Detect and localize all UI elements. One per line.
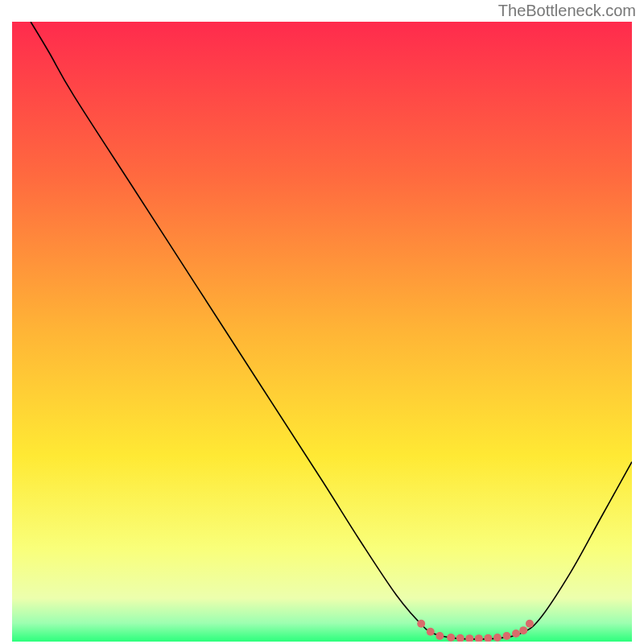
highlight-dot xyxy=(493,634,502,642)
highlight-dot xyxy=(447,634,455,642)
gradient-background xyxy=(12,22,632,642)
highlight-dot xyxy=(526,620,534,628)
highlight-dot xyxy=(519,626,527,634)
chart-area xyxy=(12,22,632,642)
highlight-dot xyxy=(502,632,510,640)
chart-svg xyxy=(12,22,632,642)
highlight-dot xyxy=(427,628,435,636)
watermark-text: TheBottleneck.com xyxy=(498,2,636,20)
highlight-dot xyxy=(436,632,444,640)
highlight-dot xyxy=(512,630,520,638)
highlight-dot xyxy=(417,620,425,628)
